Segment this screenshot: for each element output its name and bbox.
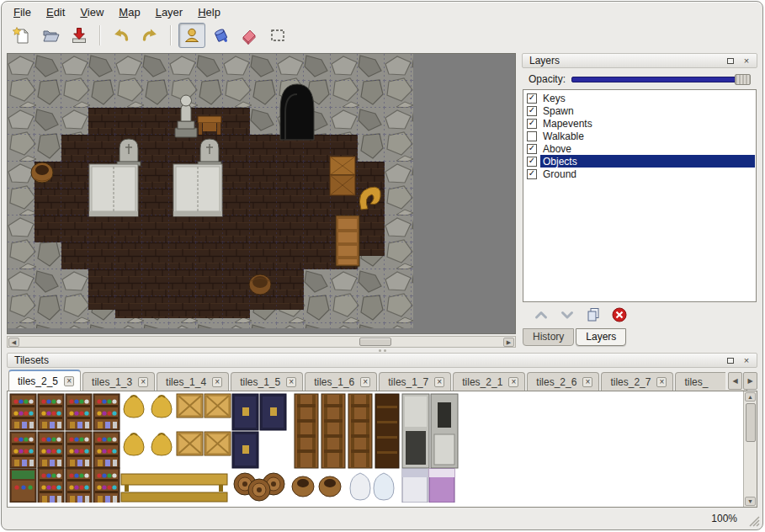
layer-visibility-checkbox[interactable]: ✓	[527, 93, 537, 104]
tileset-tab[interactable]: tiles_1_3 ×	[82, 372, 155, 391]
menu-bar: File Edit View Map Layer Help	[2, 2, 762, 21]
layer-row[interactable]: ✓ Walkable	[524, 130, 755, 142]
stamp-tool-button[interactable]	[178, 23, 205, 48]
scroll-left-icon[interactable]: ◀	[8, 338, 19, 347]
tab-history[interactable]: History	[523, 328, 574, 346]
layer-visibility-checkbox[interactable]: ✓	[527, 144, 537, 154]
crates-object	[330, 157, 355, 195]
barrel-object	[249, 274, 271, 295]
tileset-tab-label: tiles_2_5	[18, 375, 58, 387]
layer-visibility-checkbox[interactable]: ✓	[527, 119, 537, 129]
menu-edit[interactable]: Edit	[46, 6, 65, 19]
close-panel-button[interactable]: ×	[740, 55, 753, 66]
scroll-right-icon[interactable]: ▶	[503, 338, 514, 347]
undo-button[interactable]	[108, 23, 135, 48]
gravestone-object	[198, 139, 221, 166]
menu-file[interactable]: File	[13, 6, 31, 19]
tileset-tab[interactable]: tiles_2_6 ×	[527, 372, 599, 391]
menu-layer[interactable]: Layer	[156, 6, 183, 19]
opacity-label: Opacity:	[529, 73, 566, 85]
layer-row[interactable]: ✓ Above	[524, 142, 755, 155]
menu-view[interactable]: View	[80, 6, 104, 19]
select-tool-button[interactable]	[264, 23, 291, 48]
fill-tool-button[interactable]	[207, 23, 234, 48]
menu-help[interactable]: Help	[198, 6, 220, 19]
tileset-tab[interactable]: tiles_2_5 ×	[8, 370, 81, 391]
tilesets-panel-title: Tilesets	[14, 354, 721, 366]
tileset-tab-label: tiles_2_1	[462, 376, 502, 388]
check-icon: ✓	[529, 93, 535, 102]
map-canvas[interactable]	[7, 53, 516, 334]
scroll-up-icon[interactable]: ▲	[745, 392, 756, 402]
tab-scroll-right-button[interactable]: ▶	[743, 372, 757, 390]
opacity-slider[interactable]	[571, 74, 751, 85]
tileset-tab[interactable]: tiles_2_1 ×	[453, 372, 525, 391]
redo-icon	[141, 26, 159, 45]
cave-entrance	[280, 84, 314, 140]
move-layer-up-button[interactable]	[532, 306, 550, 323]
layer-actions	[522, 302, 757, 327]
duplicate-layer-button[interactable]	[584, 306, 603, 323]
opacity-slider-track[interactable]	[571, 77, 751, 82]
scroll-down-icon[interactable]: ▼	[745, 497, 756, 506]
layer-row[interactable]: ✓ Mapevents	[524, 117, 755, 130]
tileset-tab[interactable]: tiles_2_7 ×	[601, 372, 673, 391]
layer-row[interactable]: ✓ Ground	[524, 168, 755, 180]
toolbar	[2, 21, 762, 53]
tileset-canvas[interactable]: ▲ ▼	[7, 391, 757, 508]
close-tab-icon[interactable]: ×	[138, 377, 148, 387]
eraser-tool-button[interactable]	[236, 23, 263, 48]
tileset-vscroll-thumb[interactable]	[746, 403, 756, 442]
close-tab-icon[interactable]: ×	[64, 376, 74, 386]
layer-visibility-checkbox[interactable]: ✓	[527, 157, 537, 167]
delete-layer-icon	[610, 306, 629, 323]
tileset-tab[interactable]: tiles_1_4 ×	[157, 372, 229, 391]
close-tab-icon[interactable]: ×	[360, 377, 370, 387]
open-button[interactable]	[37, 23, 64, 48]
new-file-button[interactable]	[8, 23, 35, 48]
tab-scroll-left-button[interactable]: ◀	[728, 372, 742, 390]
layer-visibility-checkbox[interactable]: ✓	[527, 131, 537, 141]
layer-name: Objects	[540, 155, 755, 168]
close-tab-icon[interactable]: ×	[582, 377, 592, 387]
float-icon	[727, 358, 734, 364]
stamp-tool-icon	[183, 26, 201, 45]
tileset-tab-label: tiles_1_3	[92, 376, 132, 388]
close-tab-icon[interactable]: ×	[434, 377, 444, 387]
check-icon: ✓	[529, 119, 535, 127]
menu-map[interactable]: Map	[119, 6, 140, 19]
dock-tab-bar: History Layers	[522, 327, 757, 348]
layer-name: Walkable	[540, 130, 755, 142]
float-icon	[727, 58, 734, 64]
check-icon: ✓	[529, 169, 535, 178]
float-panel-button[interactable]	[724, 354, 737, 366]
layer-row[interactable]: ✓ Keys	[524, 92, 755, 104]
move-up-icon	[532, 306, 550, 323]
map-horizontal-scrollbar[interactable]: ◀ ▶	[7, 336, 516, 348]
delete-layer-button[interactable]	[610, 306, 629, 323]
layer-row[interactable]: ✓ Objects	[524, 155, 755, 168]
close-panel-button[interactable]: ×	[740, 354, 753, 366]
redo-button[interactable]	[136, 23, 163, 48]
resize-grip[interactable]	[749, 516, 760, 527]
check-icon: ✓	[529, 157, 535, 165]
close-tab-icon[interactable]: ×	[656, 377, 667, 387]
layer-name: Keys	[540, 92, 755, 104]
tab-layers[interactable]: Layers	[576, 328, 626, 346]
layer-row[interactable]: ✓ Spawn	[524, 104, 755, 117]
opacity-row: Opacity:	[522, 68, 757, 89]
layer-visibility-checkbox[interactable]: ✓	[527, 106, 537, 116]
tileset-tab[interactable]: tiles_1_5 ×	[231, 372, 303, 391]
opacity-slider-handle[interactable]	[735, 74, 751, 85]
close-tab-icon[interactable]: ×	[212, 377, 222, 387]
tileset-vertical-scrollbar[interactable]: ▲ ▼	[743, 391, 757, 507]
close-tab-icon[interactable]: ×	[508, 377, 518, 387]
tileset-tab[interactable]: tiles_1_6 ×	[305, 372, 377, 391]
move-layer-down-button[interactable]	[558, 306, 576, 323]
float-panel-button[interactable]	[724, 55, 737, 66]
layer-visibility-checkbox[interactable]: ✓	[527, 169, 537, 179]
map-hscroll-thumb[interactable]	[359, 338, 391, 346]
close-tab-icon[interactable]: ×	[286, 377, 296, 387]
tileset-tab[interactable]: tiles_1_7 ×	[379, 372, 451, 391]
save-button[interactable]	[66, 23, 93, 48]
